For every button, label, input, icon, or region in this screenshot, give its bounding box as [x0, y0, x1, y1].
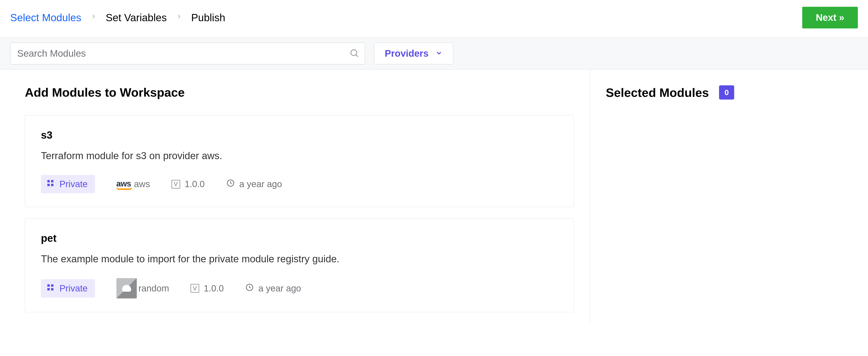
breadcrumb-step-select-modules[interactable]: Select Modules — [10, 11, 81, 24]
selected-column: Selected Modules 0 — [590, 70, 868, 323]
module-provider: aws aws — [116, 178, 150, 190]
clock-icon — [245, 283, 254, 294]
breadcrumb: Select Modules Set Variables Publish — [10, 11, 225, 24]
svg-rect-3 — [51, 180, 54, 183]
version-icon: V — [191, 284, 199, 292]
module-version: V 1.0.0 — [172, 179, 205, 189]
module-meta: Private aws aws V 1.0.0 — [41, 175, 558, 193]
module-name: pet — [41, 232, 558, 244]
module-meta: Private random V 1.0.0 a year ago — [41, 278, 558, 298]
providers-label: Providers — [385, 48, 429, 59]
provider-name: random — [138, 283, 169, 293]
module-version: V 1.0.0 — [191, 283, 224, 293]
chevron-down-icon — [435, 48, 442, 59]
module-provider: random — [116, 278, 169, 298]
random-logo-icon — [116, 278, 137, 298]
org-icon — [46, 283, 55, 293]
wizard-header: Select Modules Set Variables Publish Nex… — [0, 0, 868, 37]
version-icon: V — [172, 180, 180, 188]
breadcrumb-step-publish[interactable]: Publish — [191, 11, 225, 24]
module-description: Terraform module for s3 on provider aws. — [41, 150, 558, 162]
svg-rect-7 — [48, 284, 50, 287]
org-icon — [46, 179, 55, 189]
page-title: Add Modules to Workspace — [25, 85, 574, 99]
modules-column: Add Modules to Workspace s3 Terraform mo… — [0, 70, 590, 323]
chevron-right-icon — [90, 11, 97, 24]
breadcrumb-step-set-variables[interactable]: Set Variables — [106, 11, 167, 24]
aws-logo-icon: aws — [116, 178, 132, 190]
svg-rect-4 — [48, 184, 50, 186]
search-input[interactable] — [10, 43, 365, 64]
module-updated: a year ago — [226, 179, 282, 189]
version-text: 1.0.0 — [185, 179, 205, 189]
next-button[interactable]: Next » — [802, 7, 858, 29]
module-card[interactable]: pet The example module to import for the… — [25, 218, 574, 312]
visibility-label: Private — [59, 179, 88, 189]
svg-rect-2 — [48, 180, 50, 183]
selected-title: Selected Modules — [606, 85, 709, 100]
main: Add Modules to Workspace s3 Terraform mo… — [0, 70, 868, 323]
module-name: s3 — [41, 129, 558, 141]
svg-rect-8 — [51, 284, 54, 287]
updated-text: a year ago — [258, 283, 301, 293]
provider-name: aws — [134, 179, 150, 189]
version-text: 1.0.0 — [204, 283, 224, 293]
providers-dropdown[interactable]: Providers — [374, 43, 453, 64]
clock-icon — [226, 179, 235, 189]
svg-rect-10 — [51, 288, 54, 290]
svg-rect-9 — [48, 288, 50, 290]
selected-count-badge: 0 — [719, 85, 734, 100]
visibility-badge: Private — [41, 279, 95, 297]
selected-header: Selected Modules 0 — [606, 85, 855, 100]
visibility-badge: Private — [41, 175, 95, 193]
module-card[interactable]: s3 Terraform module for s3 on provider a… — [25, 115, 574, 207]
chevron-right-icon — [176, 11, 182, 24]
search-wrap — [10, 43, 365, 64]
filter-bar: Providers — [0, 37, 868, 70]
search-icon — [349, 48, 359, 59]
svg-point-0 — [351, 50, 357, 56]
module-updated: a year ago — [245, 283, 301, 294]
svg-line-1 — [356, 55, 358, 57]
visibility-label: Private — [59, 283, 88, 293]
module-description: The example module to import for the pri… — [41, 253, 558, 264]
updated-text: a year ago — [239, 179, 282, 189]
svg-rect-5 — [51, 184, 54, 186]
